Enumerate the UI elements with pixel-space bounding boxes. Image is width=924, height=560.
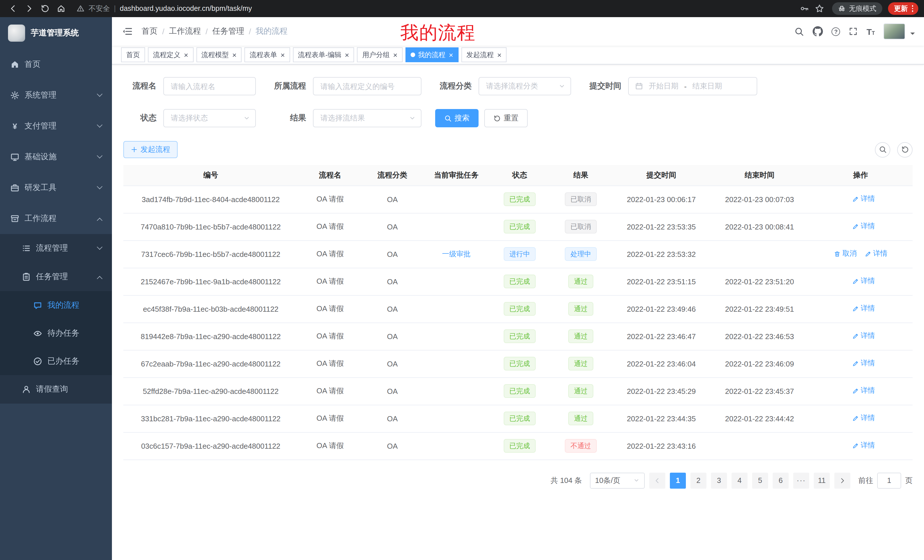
fullscreen-icon[interactable] — [849, 27, 858, 36]
next-page-button[interactable] — [834, 472, 850, 488]
detail-link[interactable]: 详情 — [852, 359, 875, 368]
sidebar-item-system-management[interactable]: 系统管理 — [0, 80, 112, 111]
page-size-select[interactable]: 10条/页 — [590, 472, 645, 488]
submit-time-range-picker[interactable]: 开始日期 - 结束日期 — [628, 77, 757, 95]
back-button[interactable] — [6, 1, 21, 16]
sidebar-item-todo-tasks[interactable]: 待办任务 — [0, 319, 112, 347]
tab-label: 流程模型 — [201, 50, 229, 60]
sidebar-item-my-process[interactable]: 我的流程 — [0, 291, 112, 319]
detail-link[interactable]: 详情 — [865, 249, 888, 259]
process-name-input[interactable] — [164, 77, 256, 95]
incognito-badge: 无痕模式 — [832, 2, 882, 15]
prev-page-button[interactable] — [650, 472, 665, 488]
sidebar-item-home[interactable]: 首页 — [0, 49, 112, 80]
tab-close-icon[interactable]: × — [232, 51, 236, 58]
avatar-caret-icon[interactable] — [910, 33, 915, 37]
category-select[interactable]: 请选择流程分类 — [478, 77, 571, 95]
sidebar-item-infrastructure[interactable]: 基础设施 — [0, 142, 112, 172]
cancel-link[interactable]: 取消 — [834, 249, 856, 259]
tab[interactable]: 首页 × — [121, 47, 145, 62]
tab-close-icon[interactable]: × — [393, 51, 398, 58]
hamburger-icon[interactable] — [121, 25, 134, 38]
breadcrumb-item-task-management[interactable]: 任务管理 — [213, 26, 244, 36]
refresh-icon[interactable] — [897, 142, 913, 157]
page-button[interactable]: 1 — [670, 472, 686, 488]
col-current-task: 当前审批任务 — [423, 165, 490, 186]
key-icon[interactable] — [798, 2, 811, 15]
star-icon[interactable] — [812, 2, 826, 15]
tab-close-icon[interactable]: × — [449, 51, 453, 58]
sidebar-item-done-tasks[interactable]: 已办任务 — [0, 347, 112, 375]
tab[interactable]: 流程模型 × — [196, 47, 242, 62]
search-button[interactable]: 搜索 — [435, 109, 478, 127]
reload-button[interactable] — [38, 1, 52, 16]
cell-id: 3ad174fb-7b9d-11ec-8404-acde48001122 — [123, 186, 298, 213]
page-button[interactable]: 5 — [752, 472, 768, 488]
tab-close-icon[interactable]: × — [497, 51, 501, 58]
result-select[interactable]: 请选择流结果 — [313, 109, 422, 127]
menu-dots-icon[interactable] — [912, 5, 913, 12]
breadcrumb-item-home[interactable]: 首页 — [142, 26, 158, 36]
col-id: 编号 — [123, 165, 298, 186]
tab[interactable]: 发起流程 × — [461, 47, 507, 62]
create-process-button[interactable]: 发起流程 — [123, 141, 178, 158]
cell-category: OA — [362, 405, 423, 432]
detail-link[interactable]: 详情 — [852, 441, 875, 451]
detail-link[interactable]: 详情 — [852, 222, 875, 232]
tab-close-icon[interactable]: × — [345, 51, 349, 58]
app-logo[interactable]: 芋道管理系统 — [0, 17, 112, 49]
cell-process-name: OA 请假 — [298, 377, 362, 405]
page-button[interactable]: 6 — [772, 472, 789, 488]
cell-category: OA — [362, 240, 423, 268]
tab-close-icon[interactable]: × — [280, 51, 285, 58]
current-task-link[interactable]: 一级审批 — [442, 249, 471, 259]
page-button[interactable]: 3 — [711, 472, 727, 488]
gear-icon — [10, 91, 20, 100]
page-button[interactable]: ··· — [793, 472, 809, 488]
page-button[interactable]: 4 — [732, 472, 747, 488]
sidebar-item-workflow[interactable]: 工作流程 — [0, 203, 112, 234]
address-bar[interactable]: 不安全 | dashboard.yudao.iocoder.cn/bpm/tas… — [76, 4, 789, 13]
show-search-icon[interactable] — [875, 142, 890, 157]
status-tag: 已完成 — [504, 384, 536, 398]
owner-process-input[interactable] — [313, 77, 422, 95]
tab[interactable]: 流程定义 × — [148, 47, 193, 62]
browser-home-button[interactable] — [54, 1, 69, 16]
detail-link[interactable]: 详情 — [852, 386, 875, 396]
sidebar-item-dev-tools[interactable]: 研发工具 — [0, 172, 112, 203]
result-tag: 不通过 — [565, 439, 597, 453]
goto-page-input[interactable] — [877, 472, 901, 488]
reset-button[interactable]: 重置 — [484, 109, 528, 127]
detail-link[interactable]: 详情 — [852, 304, 875, 314]
cell-category: OA — [362, 213, 423, 240]
table-header-row: 编号 流程名 流程分类 当前审批任务 状态 结果 提交时间 结束时间 操作 — [123, 165, 913, 186]
tab[interactable]: 我的流程 × — [405, 47, 458, 62]
detail-link[interactable]: 详情 — [852, 413, 875, 423]
page-button[interactable]: 2 — [690, 472, 706, 488]
fontsize-icon[interactable]: TT — [867, 27, 875, 36]
workflow-icon — [10, 214, 20, 223]
page-button[interactable]: 11 — [814, 472, 830, 488]
tab[interactable]: 流程表单-编辑 × — [293, 47, 354, 62]
tab[interactable]: 流程表单 × — [244, 47, 290, 62]
sidebar-item-process-management[interactable]: 流程管理 — [0, 234, 112, 263]
sidebar-item-leave-query[interactable]: 请假查询 — [0, 375, 112, 404]
search-icon[interactable] — [795, 27, 804, 36]
detail-link[interactable]: 详情 — [852, 195, 875, 204]
github-icon[interactable] — [813, 26, 823, 36]
detail-link[interactable]: 详情 — [852, 277, 875, 286]
help-icon[interactable]: ? — [832, 27, 840, 36]
toolbox-icon — [10, 183, 20, 192]
status-select[interactable]: 请选择状态 — [164, 109, 256, 127]
tab-close-icon[interactable]: × — [184, 51, 188, 58]
breadcrumb-item-workflow[interactable]: 工作流程 — [169, 26, 201, 36]
sidebar-item-task-management[interactable]: 任务管理 — [0, 263, 112, 291]
navbar: 首页 / 工作流程 / 任务管理 / 我的流程 我的流程 ? TT — [112, 17, 924, 46]
sidebar-item-payment-management[interactable]: ¥ 支付管理 — [0, 111, 112, 142]
detail-link[interactable]: 详情 — [852, 331, 875, 341]
forward-button[interactable] — [22, 1, 36, 16]
avatar[interactable] — [884, 23, 905, 39]
cell-id: 2152467e-7b9b-11ec-9a1b-acde48001122 — [123, 268, 298, 295]
tab[interactable]: 用户分组 × — [357, 47, 403, 62]
update-button[interactable]: 更新 — [888, 2, 918, 15]
